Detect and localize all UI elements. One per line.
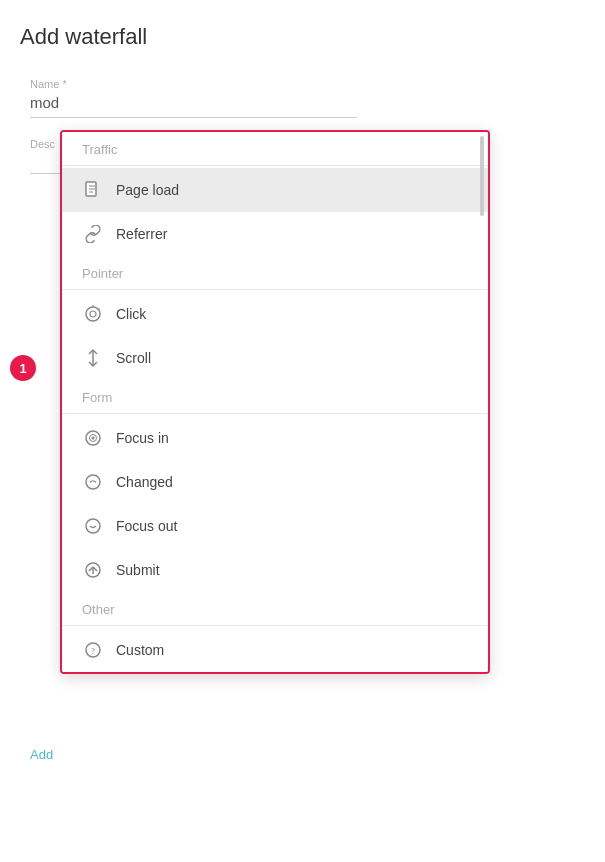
- dropdown-item-submit[interactable]: Submit: [62, 548, 488, 592]
- scroll-icon: [82, 347, 104, 369]
- page-load-icon: [82, 179, 104, 201]
- svg-point-8: [92, 437, 95, 440]
- click-label: Click: [116, 306, 146, 322]
- event-type-dropdown[interactable]: Traffic Page load Referrer Pointer: [60, 130, 490, 674]
- divider-pointer: [62, 289, 488, 290]
- referrer-icon: [82, 223, 104, 245]
- page-container: Add waterfall Name * mod Desc 1 Add Traf…: [0, 0, 605, 862]
- click-icon: [82, 303, 104, 325]
- step-badge: 1: [10, 355, 36, 381]
- dropdown-item-focus-in[interactable]: Focus in: [62, 416, 488, 460]
- focus-in-icon: [82, 427, 104, 449]
- dropdown-item-custom[interactable]: ? Custom: [62, 628, 488, 672]
- svg-point-10: [86, 519, 100, 533]
- submit-label: Submit: [116, 562, 160, 578]
- scroll-label: Scroll: [116, 350, 151, 366]
- focus-in-label: Focus in: [116, 430, 169, 446]
- dropdown-item-changed[interactable]: Changed: [62, 460, 488, 504]
- dropdown-item-click[interactable]: Click: [62, 292, 488, 336]
- focus-out-label: Focus out: [116, 518, 177, 534]
- divider-traffic: [62, 165, 488, 166]
- dropdown-item-focus-out[interactable]: Focus out: [62, 504, 488, 548]
- add-link[interactable]: Add: [30, 747, 53, 762]
- svg-point-1: [86, 307, 100, 321]
- dropdown-item-referrer[interactable]: Referrer: [62, 212, 488, 256]
- svg-point-9: [86, 475, 100, 489]
- submit-icon: [82, 559, 104, 581]
- group-label-other: Other: [62, 592, 488, 623]
- dropdown-item-page-load[interactable]: Page load: [62, 168, 488, 212]
- name-label: Name *: [30, 78, 575, 90]
- changed-icon: [82, 471, 104, 493]
- changed-label: Changed: [116, 474, 173, 490]
- custom-label: Custom: [116, 642, 164, 658]
- group-label-traffic: Traffic: [62, 132, 488, 163]
- page-title: Add waterfall: [20, 24, 585, 50]
- group-label-pointer: Pointer: [62, 256, 488, 287]
- referrer-label: Referrer: [116, 226, 167, 242]
- page-load-label: Page load: [116, 182, 179, 198]
- svg-point-2: [90, 311, 96, 317]
- dropdown-item-scroll[interactable]: Scroll: [62, 336, 488, 380]
- group-label-form: Form: [62, 380, 488, 411]
- divider-other: [62, 625, 488, 626]
- focus-out-icon: [82, 515, 104, 537]
- custom-icon: ?: [82, 639, 104, 661]
- divider-form: [62, 413, 488, 414]
- name-value: mod: [30, 94, 357, 118]
- svg-text:?: ?: [91, 646, 95, 656]
- scrollbar[interactable]: [480, 136, 484, 216]
